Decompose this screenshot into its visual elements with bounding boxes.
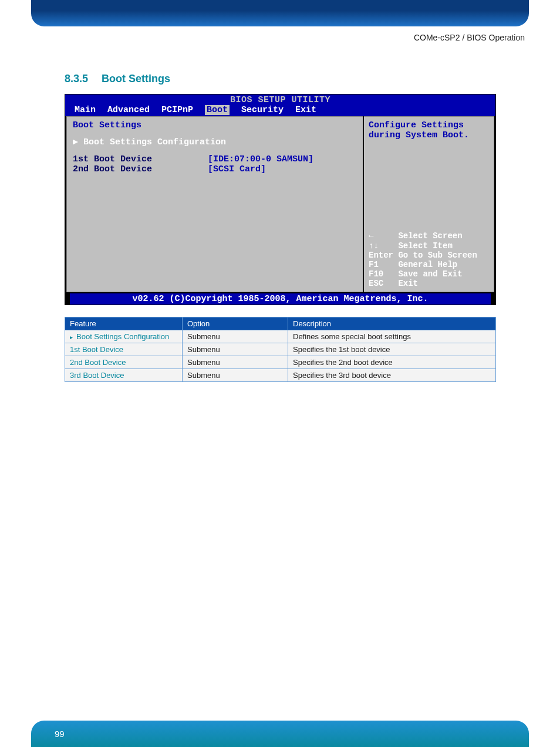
bios-key-help: ← Select Screen ↑↓ Select Item Enter Go …	[369, 231, 489, 288]
top-accent-bar	[31, 0, 529, 26]
bios-tab-advanced[interactable]: Advanced	[107, 105, 150, 115]
cell-description: Specifies the 2nd boot device	[288, 356, 496, 369]
breadcrumb: COMe-cSP2 / BIOS Operation	[414, 33, 525, 42]
bios-help-tip: Configure Settings during System Boot.	[369, 120, 489, 140]
bios-tab-boot[interactable]: Boot	[205, 105, 230, 115]
bios-right-pane: Configure Settings during System Boot. ←…	[364, 116, 494, 292]
bios-boot-device-row[interactable]: 2nd Boot Device[SCSI Card]	[73, 164, 357, 174]
bios-help-tip-line2: during System Boot.	[369, 130, 489, 140]
cell-feature[interactable]: 2nd Boot Device	[65, 356, 183, 369]
bios-left-pane: Boot Settings ▶ Boot Settings Configurat…	[66, 116, 363, 292]
section-number: 8.3.5	[65, 73, 88, 84]
section-title: Boot Settings	[102, 73, 170, 84]
bios-copyright: v02.62 (C)Copyright 1985-2008, American …	[65, 293, 495, 305]
cell-feature[interactable]: 1st Boot Device	[65, 343, 183, 356]
bios-boot-device-row[interactable]: 1st Boot Device[IDE:07:00-0 SAMSUN]	[73, 154, 357, 164]
feature-name: 2nd Boot Device	[70, 358, 126, 367]
col-description: Description	[288, 317, 496, 330]
section-heading: 8.3.5 Boot Settings	[65, 73, 170, 85]
bios-pane-heading: Boot Settings	[73, 120, 357, 130]
page-footer: 99	[31, 721, 529, 747]
cell-option: Submenu	[183, 369, 288, 382]
cell-option: Submenu	[183, 330, 288, 343]
page-number: 99	[55, 729, 65, 739]
feature-name: 1st Boot Device	[70, 345, 123, 354]
bios-row-value: [SCSI Card]	[208, 164, 266, 174]
bios-title: BIOS SETUP UTILITY	[65, 94, 495, 105]
table-header-row: Feature Option Description	[65, 317, 496, 330]
cell-description: Defines some special boot settings	[288, 330, 496, 343]
cell-feature[interactable]: 3rd Boot Device	[65, 369, 183, 382]
feature-name: 3rd Boot Device	[70, 371, 124, 380]
bios-row-value: [IDE:07:00-0 SAMSUN]	[208, 154, 313, 164]
feature-name: Boot Settings Configuration	[76, 332, 169, 341]
bios-tab-exit[interactable]: Exit	[295, 105, 316, 115]
col-option: Option	[183, 317, 288, 330]
cell-option: Submenu	[183, 343, 288, 356]
bios-selected-item[interactable]: ▶ Boot Settings Configuration	[73, 136, 357, 147]
col-feature: Feature	[65, 317, 183, 330]
submenu-caret-icon: ▸	[70, 334, 73, 340]
table-row: 3rd Boot DeviceSubmenuSpecifies the 3rd …	[65, 369, 496, 382]
feature-table: Feature Option Description ▸Boot Setting…	[65, 317, 496, 382]
bios-tab-pcipnp[interactable]: PCIPnP	[161, 105, 193, 115]
bios-row-label: 2nd Boot Device	[73, 164, 208, 174]
cell-description: Specifies the 3rd boot device	[288, 369, 496, 382]
bios-screenshot: BIOS SETUP UTILITY MainAdvancedPCIPnPBoo…	[65, 94, 496, 305]
table-row: ▸Boot Settings ConfigurationSubmenuDefin…	[65, 330, 496, 343]
bios-tab-main[interactable]: Main	[75, 105, 96, 115]
bios-row-label: 1st Boot Device	[73, 154, 208, 164]
table-row: 2nd Boot DeviceSubmenuSpecifies the 2nd …	[65, 356, 496, 369]
bios-tab-bar: MainAdvancedPCIPnPBootSecurityExit	[65, 105, 495, 116]
bios-help-tip-line1: Configure Settings	[369, 120, 489, 130]
bios-tab-security[interactable]: Security	[241, 105, 284, 115]
cell-feature[interactable]: ▸Boot Settings Configuration	[65, 330, 183, 343]
cell-description: Specifies the 1st boot device	[288, 343, 496, 356]
table-row: 1st Boot DeviceSubmenuSpecifies the 1st …	[65, 343, 496, 356]
cell-option: Submenu	[183, 356, 288, 369]
